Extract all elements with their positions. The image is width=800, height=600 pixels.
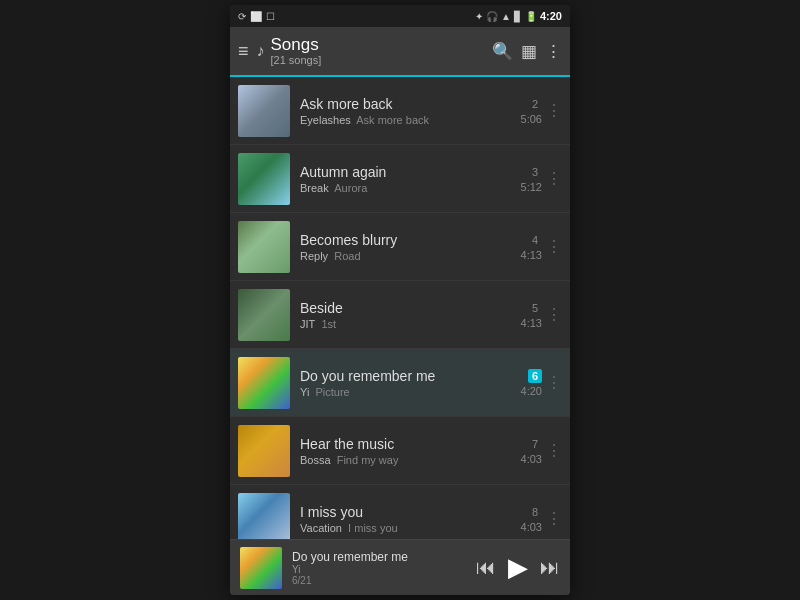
song-right-info: 3 5:12 (521, 165, 542, 193)
song-title: I miss you (300, 504, 515, 520)
song-list-item[interactable]: Beside JIT 1st 5 4:13 ⋮ (230, 281, 570, 349)
playback-controls: ⏮ ▶ ⏭ (476, 552, 560, 583)
phone-frame: ⟳ ⬜ ☐ ✦ 🎧 ▲ ▊ 🔋 4:20 ≡ ♪ Songs [21 songs… (230, 5, 570, 595)
song-more-button[interactable]: ⋮ (546, 169, 562, 188)
song-number: 2 (528, 97, 542, 111)
song-duration: 4:13 (521, 317, 542, 329)
previous-button[interactable]: ⏮ (476, 556, 496, 579)
song-number: 7 (528, 437, 542, 451)
status-time: 4:20 (540, 10, 562, 22)
song-meta: Vacation I miss you (300, 522, 515, 534)
menu-icon[interactable]: ≡ (238, 41, 249, 62)
song-thumbnail (238, 425, 290, 477)
song-meta: Eyelashes Ask more back (300, 114, 515, 126)
song-number: 3 (528, 165, 542, 179)
search-icon[interactable]: 🔍 (492, 41, 513, 62)
now-playing-bar[interactable]: Do you remember me Yi 6/21 ⏮ ▶ ⏭ (230, 539, 570, 595)
song-more-button[interactable]: ⋮ (546, 373, 562, 392)
song-artist: Bossa (300, 454, 331, 466)
song-right-info: 2 5:06 (521, 97, 542, 125)
play-status-icon: ⟳ (238, 11, 246, 22)
song-album: 1st (318, 318, 336, 330)
song-meta: Bossa Find my way (300, 454, 515, 466)
status-bar: ⟳ ⬜ ☐ ✦ 🎧 ▲ ▊ 🔋 4:20 (230, 5, 570, 27)
song-right-info: 6 4:20 (521, 369, 542, 397)
song-thumbnail (238, 493, 290, 540)
song-number: 4 (528, 233, 542, 247)
song-duration: 4:20 (521, 385, 542, 397)
song-title: Becomes blurry (300, 232, 515, 248)
status-icons-right: ✦ 🎧 ▲ ▊ 🔋 4:20 (475, 10, 562, 22)
more-options-icon[interactable]: ⋮ (545, 41, 562, 62)
song-duration: 5:06 (521, 113, 542, 125)
song-more-button[interactable]: ⋮ (546, 101, 562, 120)
song-list-item[interactable]: Autumn again Break Aurora 3 5:12 ⋮ (230, 145, 570, 213)
song-more-button[interactable]: ⋮ (546, 509, 562, 528)
now-playing-thumbnail (240, 547, 282, 589)
song-artist: Eyelashes (300, 114, 351, 126)
toolbar: ≡ ♪ Songs [21 songs] 🔍 ▦ ⋮ (230, 27, 570, 77)
wifi-icon: ▲ (501, 11, 511, 22)
song-list-item[interactable]: Ask more back Eyelashes Ask more back 2 … (230, 77, 570, 145)
song-artist: Break (300, 182, 329, 194)
song-title: Ask more back (300, 96, 515, 112)
song-duration: 4:03 (521, 453, 542, 465)
app-icon: ☐ (266, 11, 275, 22)
song-list-item[interactable]: Becomes blurry Reply Road 4 4:13 ⋮ (230, 213, 570, 281)
song-info: Ask more back Eyelashes Ask more back (300, 96, 515, 126)
song-thumbnail (238, 153, 290, 205)
song-title: Beside (300, 300, 515, 316)
song-duration: 4:13 (521, 249, 542, 261)
song-number: 5 (528, 301, 542, 315)
song-list: Ask more back Eyelashes Ask more back 2 … (230, 77, 570, 539)
headphone-icon: 🎧 (486, 11, 498, 22)
song-meta: Yi Picture (300, 386, 515, 398)
song-thumbnail (238, 357, 290, 409)
song-meta: Break Aurora (300, 182, 515, 194)
song-duration: 4:03 (521, 521, 542, 533)
song-more-button[interactable]: ⋮ (546, 441, 562, 460)
battery-icon: 🔋 (525, 11, 537, 22)
song-list-item[interactable]: I miss you Vacation I miss you 8 4:03 ⋮ (230, 485, 570, 539)
song-right-info: 8 4:03 (521, 505, 542, 533)
song-info: Becomes blurry Reply Road (300, 232, 515, 262)
song-info: Hear the music Bossa Find my way (300, 436, 515, 466)
song-thumbnail (238, 221, 290, 273)
song-artist: Yi (300, 386, 309, 398)
next-button[interactable]: ⏭ (540, 556, 560, 579)
song-artist: Vacation (300, 522, 342, 534)
song-album: Road (331, 250, 360, 262)
song-title: Autumn again (300, 164, 515, 180)
photo-icon: ⬜ (250, 11, 262, 22)
song-artist: JIT (300, 318, 315, 330)
song-duration: 5:12 (521, 181, 542, 193)
song-album: Aurora (332, 182, 367, 194)
song-meta: JIT 1st (300, 318, 515, 330)
song-more-button[interactable]: ⋮ (546, 237, 562, 256)
song-album: I miss you (345, 522, 398, 534)
song-meta: Reply Road (300, 250, 515, 262)
song-title: Hear the music (300, 436, 515, 452)
status-icons-left: ⟳ ⬜ ☐ (238, 11, 275, 22)
grid-view-icon[interactable]: ▦ (521, 41, 537, 62)
song-list-item[interactable]: Hear the music Bossa Find my way 7 4:03 … (230, 417, 570, 485)
song-thumbnail (238, 289, 290, 341)
toolbar-actions: 🔍 ▦ ⋮ (492, 41, 562, 62)
now-playing-info: Do you remember me Yi 6/21 (292, 550, 476, 586)
song-list-item[interactable]: Do you remember me Yi Picture 6 4:20 ⋮ (230, 349, 570, 417)
song-number: 6 (528, 369, 542, 383)
song-count: [21 songs] (271, 54, 492, 66)
bluetooth-icon: ✦ (475, 11, 483, 22)
song-album: Find my way (334, 454, 399, 466)
now-playing-title: Do you remember me (292, 550, 476, 564)
page-title: Songs (271, 36, 492, 55)
song-artist: Reply (300, 250, 328, 262)
song-right-info: 7 4:03 (521, 437, 542, 465)
song-album: Ask more back (354, 114, 429, 126)
now-playing-artist: Yi (292, 564, 476, 575)
song-info: Do you remember me Yi Picture (300, 368, 515, 398)
song-number: 8 (528, 505, 542, 519)
song-right-info: 4 4:13 (521, 233, 542, 261)
play-pause-button[interactable]: ▶ (508, 552, 528, 583)
song-more-button[interactable]: ⋮ (546, 305, 562, 324)
